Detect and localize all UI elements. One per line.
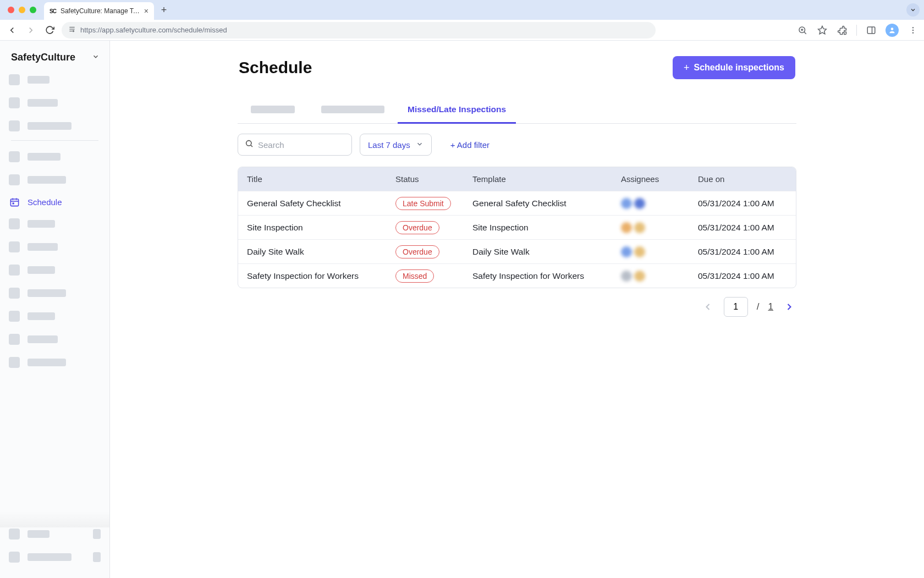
window-controls [8,7,36,13]
sidebar-item-skeleton[interactable] [9,73,101,86]
inspections-table: Title Status Template Assignees Due on G… [238,167,796,288]
cell-template: Site Inspection [472,223,621,233]
sidebar-item-skeleton[interactable] [9,119,101,133]
cell-due: 05/31/2024 1:00 AM [698,199,787,208]
search-input-wrapper[interactable] [238,134,352,156]
back-button[interactable] [6,24,19,37]
tab-skeleton[interactable] [321,106,384,113]
cell-status: Overdue [395,221,472,234]
cell-due: 05/31/2024 1:00 AM [698,271,787,281]
tab-missed-late[interactable]: Missed/Late Inspections [398,98,516,124]
sidebar-main-group: Schedule [0,140,109,371]
sidebar-item-skeleton[interactable] [9,150,101,163]
tab-skeleton[interactable] [251,106,295,113]
page-input[interactable] [724,297,748,317]
address-bar[interactable]: https://app.safetyculture.com/schedule/m… [62,22,656,38]
chevron-down-icon [416,140,424,150]
tab-close-icon[interactable]: × [144,7,148,15]
assignee-avatar [621,198,632,209]
cell-title: General Safety Checklist [247,199,395,208]
svg-rect-9 [867,27,875,34]
side-panel-icon[interactable] [866,25,877,36]
svg-marker-8 [818,26,827,34]
th-title[interactable]: Title [247,167,395,191]
status-badge: Overdue [395,221,439,234]
cell-status: Missed [395,269,472,283]
page-title: Schedule [239,58,312,77]
svg-line-5 [804,32,806,34]
status-badge: Missed [395,269,434,283]
svg-point-13 [912,29,914,30]
browser-toolbar: https://app.safetyculture.com/schedule/m… [0,20,924,41]
zoom-icon[interactable] [797,25,808,36]
tab-title: SafetyCulture: Manage Teams and... [61,7,140,15]
site-settings-icon[interactable] [68,25,76,35]
add-filter-button[interactable]: + Add filter [450,140,490,150]
window-minimize-button[interactable] [19,7,25,13]
table-row[interactable]: General Safety ChecklistLate SubmitGener… [238,191,796,215]
th-status[interactable]: Status [395,167,472,191]
cell-status: Overdue [395,245,472,258]
th-template[interactable]: Template [472,167,621,191]
svg-point-14 [912,32,914,33]
bookmark-icon[interactable] [817,25,828,36]
sidebar-item-skeleton[interactable] [9,263,101,277]
table-row[interactable]: Site InspectionOverdueSite Inspection05/… [238,215,796,239]
page-prev-button[interactable] [701,300,715,314]
profile-avatar[interactable] [886,24,899,37]
assignee-avatar [634,198,645,209]
schedule-inspections-button[interactable]: + Schedule inspections [673,56,795,79]
sidebar-item-skeleton[interactable] [9,333,101,346]
sidebar-item-schedule[interactable]: Schedule [9,196,101,207]
sidebar: SafetyCulture Schedule [0,41,110,578]
extensions-icon[interactable] [837,25,848,36]
chevron-down-icon [92,53,100,62]
table-row[interactable]: Daily Site WalkOverdueDaily Site Walk05/… [238,239,796,263]
cell-title: Safety Inspection for Workers [247,271,395,281]
calendar-icon [9,196,20,207]
url-text: https://app.safetyculture.com/schedule/m… [80,26,227,34]
sidebar-item-skeleton[interactable] [9,173,101,186]
sidebar-item-skeleton[interactable] [9,287,101,300]
browser-tab[interactable]: SC SafetyCulture: Manage Teams and... × [44,2,154,20]
svg-point-12 [912,27,914,28]
table-row[interactable]: Safety Inspection for WorkersMissedSafet… [238,263,796,288]
forward-button[interactable] [24,24,37,37]
sidebar-item-skeleton[interactable] [9,356,101,369]
brand-switcher[interactable]: SafetyCulture [0,48,109,71]
kebab-menu-icon[interactable] [908,25,919,36]
table-header: Title Status Template Assignees Due on [238,167,796,191]
assignee-avatar [621,271,632,282]
reload-button[interactable] [43,24,56,37]
page-next-button[interactable] [782,300,796,314]
sidebar-item-skeleton[interactable] [9,310,101,323]
sidebar-item-skeleton[interactable] [9,240,101,254]
cell-due: 05/31/2024 1:00 AM [698,247,787,257]
sidebar-item-skeleton[interactable] [9,217,101,230]
plus-icon: + [684,63,690,73]
cell-assignees [621,271,698,282]
tabs-overflow-button[interactable] [906,3,920,16]
window-maximize-button[interactable] [30,7,36,13]
date-range-filter[interactable]: Last 7 days [360,134,432,156]
new-tab-button[interactable]: + [156,2,172,18]
cell-assignees [621,222,698,233]
svg-rect-15 [10,199,18,206]
toolbar-separator [856,25,857,36]
th-assignees[interactable]: Assignees [621,167,698,191]
search-input[interactable] [258,140,345,150]
sidebar-item-skeleton[interactable] [9,527,101,541]
window-close-button[interactable] [8,7,14,13]
sidebar-item-skeleton[interactable] [9,551,101,564]
status-badge: Overdue [395,245,439,258]
assignee-avatar [634,271,645,282]
cell-title: Site Inspection [247,223,395,233]
cell-status: Late Submit [395,197,472,210]
sidebar-item-skeleton[interactable] [9,96,101,109]
browser-tab-strip: SC SafetyCulture: Manage Teams and... × … [0,0,924,20]
brand-name: SafetyCulture [11,52,75,63]
th-due-on[interactable]: Due on [698,167,787,191]
page-total[interactable]: 1 [768,301,773,312]
assignee-avatar [621,246,632,257]
page-separator: / [757,301,760,312]
